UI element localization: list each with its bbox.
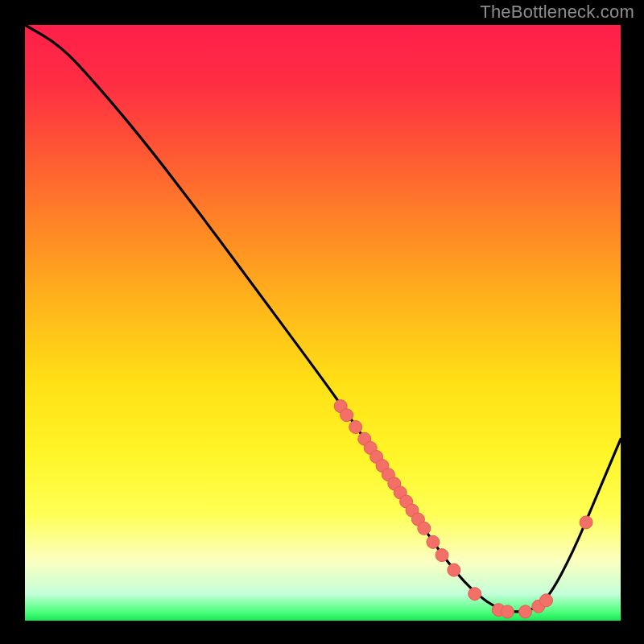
- chart-marker: [448, 564, 460, 576]
- chart-marker: [436, 549, 448, 562]
- chart-marker: [501, 605, 514, 618]
- chart-stage: TheBottleneck.com: [0, 0, 644, 644]
- chart-marker: [341, 409, 353, 422]
- chart-marker: [349, 421, 362, 434]
- chart-marker: [519, 605, 532, 618]
- chart-marker: [580, 516, 592, 529]
- attribution-label: TheBottleneck.com: [480, 2, 634, 23]
- chart-marker: [427, 535, 440, 548]
- chart-marker: [469, 588, 481, 601]
- chart-svg: [0, 0, 644, 644]
- chart-marker: [540, 594, 553, 607]
- chart-marker: [418, 522, 431, 535]
- gradient-panel: [25, 25, 621, 621]
